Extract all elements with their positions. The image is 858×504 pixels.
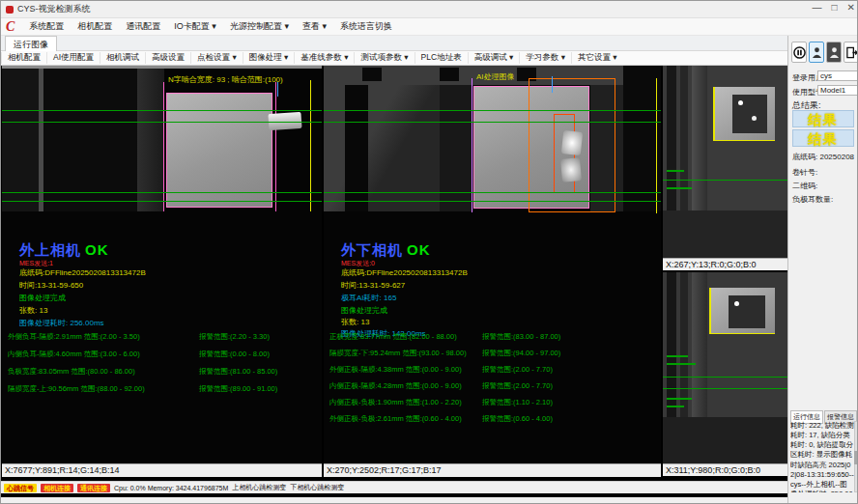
menu-light-config[interactable]: 光源控制配置 ▾ (223, 20, 296, 33)
menu-bar: C 系统配置 相机配置 通讯配置 IO卡配置 ▾ 光源控制配置 ▾ 查看 ▾ 系… (1, 18, 858, 36)
tool-other-settings[interactable]: 其它设置 ▾ (571, 52, 623, 64)
camera-panel-upper: N字啮合宽度: 93 ; 啮合范围:(100) 外上相机OK MES发送:1 底… (2, 66, 322, 490)
menu-io-config[interactable]: IO卡配置 ▾ (167, 20, 223, 33)
ok-status: OK (85, 241, 109, 258)
roi-label: AI处理图像 (476, 71, 515, 82)
tiny-annotation (667, 355, 688, 357)
measurement-row: 隔膜宽度-上:90.56mm 范围:(88.00 - 92.00) 报警范围:(… (8, 384, 277, 394)
tool-image-processing[interactable]: 图像处理 ▾ (243, 52, 295, 64)
tool-camera-debug[interactable]: 相机调试 (100, 52, 145, 64)
measurement-row: 内侧正极-负极:1.90mm 范围:(1.00 - 2.20) 报警范围:(1.… (329, 398, 553, 407)
camera-panel-lower: AI处理图像 外下相机OK MES发送:0 底纸码:DFFline2025020… (324, 66, 661, 490)
result-box-2: 结果 (792, 129, 854, 147)
sidebar-button-row (791, 42, 858, 63)
negative-tab-count-label: 负极耳数量: (792, 194, 833, 205)
measurement-row: 负极宽度:83.05mm 范围:(80.00 - 86.00) 报警范围:(81… (8, 367, 277, 377)
pause-button[interactable] (791, 42, 807, 63)
menu-comm-config[interactable]: 通讯配置 (119, 20, 167, 33)
tool-advanced-settings[interactable]: 高级设置 (145, 52, 190, 64)
tool-spot-check[interactable]: 点检设置 ▾ (190, 52, 243, 64)
menu-camera-config[interactable]: 相机配置 (71, 20, 119, 33)
measure-line (324, 201, 661, 202)
time-text: 时间:13-31-59-627 (341, 280, 405, 291)
menu-view[interactable]: 查看 ▾ (296, 20, 333, 33)
part-core (729, 295, 765, 328)
right-sidebar: 登录用户: 使用型号: 总结果: 结果 结果 底纸码: 20250208 卷针号… (787, 36, 858, 504)
maximize-button[interactable]: □ (832, 2, 838, 13)
process-done-text: 图像处理完成 (19, 293, 66, 303)
highlight-spot (752, 116, 757, 121)
measure-line (324, 122, 661, 123)
measure-line (663, 388, 787, 389)
operator-button[interactable] (826, 42, 842, 63)
frame-count-text: 张数: 13 (19, 305, 47, 316)
exit-button[interactable] (844, 42, 858, 63)
close-button[interactable]: ✕ (847, 2, 855, 13)
machinery-texture (362, 68, 382, 81)
pin-number-label: 卷针号: (792, 167, 817, 178)
machinery-texture (2, 69, 41, 211)
machinery-texture (137, 69, 164, 211)
measure-line (663, 180, 787, 181)
part-core (732, 95, 767, 133)
measurement-row: 内侧负耳-隔膜:4.60mm 范围:(3.00 - 6.00) 报警范围:(0.… (8, 350, 270, 359)
measurement-row: 隔膜宽度-下:95.24mm 范围:(93.00 - 98.00) 报警范围:(… (329, 349, 560, 358)
menu-system-config[interactable]: 系统配置 (22, 20, 71, 33)
machinery-texture (440, 68, 459, 81)
batch-code-label: 底纸码: 20250208 (792, 152, 854, 162)
tool-baseline-params[interactable]: 基准线参数 ▾ (294, 52, 354, 64)
machinery-texture (663, 210, 787, 258)
frame-count-text: 张数: 13 (341, 317, 369, 327)
camera-statusbar-upper: X:7677;Y:891;R:14;G:14;B:14 (2, 463, 322, 477)
electrode-tab (561, 130, 583, 155)
camera-image-upper[interactable]: N字啮合宽度: 93 ; 啮合范围:(100) 外上相机OK MES发送:1 底… (2, 66, 322, 463)
comm-link-badge: 通讯连接 (77, 484, 110, 492)
measure-line (324, 110, 661, 111)
camera-image-lower[interactable]: AI处理图像 外下相机OK MES发送:0 底纸码:DFFline2025020… (324, 66, 661, 463)
tool-bar: 相机配置 AI使用配置 相机调试 高级设置 点检设置 ▾ 图像处理 ▾ 基准线参… (1, 51, 858, 66)
measurement-row: 外侧正极-负极:2.61mm 范围:(0.60 - 4.00) 报警范围:(0.… (329, 414, 553, 424)
app-window: CYS-视觉检测系统 — □ ✕ C 系统配置 相机配置 通讯配置 IO卡配置 … (0, 0, 858, 504)
ai-time-text: 极耳AI耗时: 165 (341, 293, 396, 303)
tool-camera-config[interactable]: 相机配置 (1, 52, 46, 64)
highlight-spot (734, 301, 739, 306)
highlight-spot (738, 100, 743, 105)
camera-image-small-bottom[interactable] (663, 272, 787, 463)
app-icon (6, 6, 14, 14)
qr-code-label: 二维码: (792, 181, 817, 191)
main-viewport: N字啮合宽度: 93 ; 啮合范围:(100) 外上相机OK MES发送:1 底… (1, 66, 787, 497)
run-log-text: 耗时: 222, 缺陷检测耗时: 17, 缺陷分类耗时: 0, 缺陷提取分区耗时… (790, 421, 854, 492)
machinery-texture (663, 417, 787, 463)
tool-ai-usage-config[interactable]: AI使用配置 (46, 52, 100, 64)
title-bar: CYS-视觉检测系统 — □ ✕ (1, 1, 858, 18)
lower-camera-heartbeat-text: 下相机心跳检测变 (290, 483, 344, 492)
camera-result-title: 外上相机OK (19, 241, 109, 260)
log-scrollbar-thumb[interactable] (854, 451, 857, 464)
tiny-annotation (667, 363, 696, 365)
machinery-texture (43, 69, 137, 211)
login-user-field[interactable] (817, 70, 858, 81)
model-field[interactable] (817, 85, 858, 96)
tiny-annotation (667, 170, 684, 172)
measurement-row: 内侧正极-隔膜:4.28mm 范围:(0.00 - 9.00) 报警范围:(2.… (329, 381, 553, 391)
tool-advanced-debug[interactable]: 高级调试 ▾ (468, 52, 520, 64)
tool-learning-params[interactable]: 学习参数 ▾ (519, 52, 571, 64)
roi-label: N字啮合宽度: 93 ; 啮合范围:(100) (168, 74, 283, 85)
tab-strip: 运行图像 (1, 36, 858, 51)
window-title: CYS-视觉检测系统 (17, 3, 91, 15)
batch-code-text: 底纸码:DFFline2025020813313472B (19, 267, 146, 278)
minimize-button[interactable]: — (813, 2, 822, 13)
tool-plc-address[interactable]: PLC地址表 (415, 52, 468, 64)
user-login-button[interactable] (809, 42, 824, 63)
camera-image-small-top[interactable] (663, 66, 787, 258)
measure-line (2, 192, 322, 193)
measurement-row: 正极宽度:83.77mm 范围:(82.00 - 88.00) 报警范围:(83… (329, 332, 560, 342)
tool-test-params[interactable]: 测试项参数 ▾ (354, 52, 414, 64)
camera-panel-small-top: X:267;Y:13;R:0;G:0;B:0 (663, 66, 787, 271)
log-scrollbar[interactable] (854, 421, 858, 492)
result-box-1: 结果 (792, 110, 854, 127)
camera-statusbar-small-bottom: X:311;Y:980;R:0;G:0;B:0 (663, 463, 787, 476)
tab-run-image[interactable]: 运行图像 (5, 36, 57, 51)
menu-language-switch[interactable]: 系统语言切换 (333, 20, 399, 33)
measure-line (663, 377, 787, 378)
